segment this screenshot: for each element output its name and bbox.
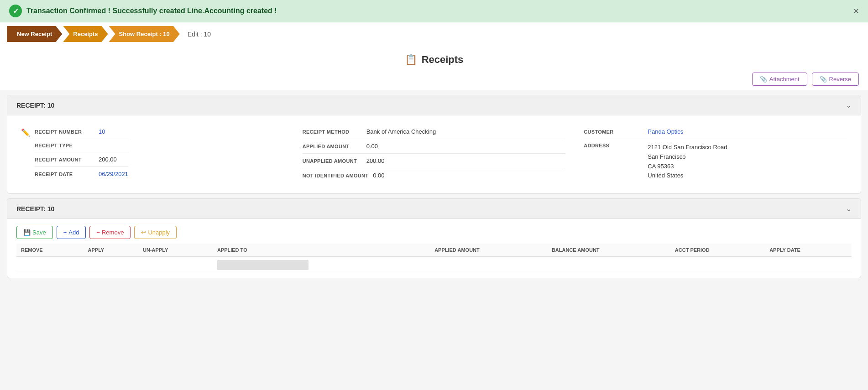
col-apply: APPLY <box>84 244 139 257</box>
page-title-area: 📋 Receipts <box>0 46 868 70</box>
new-receipt-button[interactable]: New Receipt <box>7 26 62 42</box>
cell-unapply <box>138 257 213 273</box>
banner-text: Transaction Confirmed ! Successfully cre… <box>26 7 277 15</box>
unapplied-amount-label: UNAPPLIED AMOUNT <box>303 158 362 164</box>
main-content: RECEIPT: 10 ⌄ ✏️ RECEIPT NUMBER 10 RECEI… <box>0 95 868 390</box>
receipt-card-2-title: RECEIPT: 10 <box>16 205 54 213</box>
cell-apply <box>84 257 139 273</box>
banner-message: ✓ Transaction Confirmed ! Successfully c… <box>9 5 277 17</box>
attachment-label: Attachment <box>769 76 800 83</box>
cell-remove <box>16 257 84 273</box>
top-buttons-area: 📎 Attachment 📎 Reverse <box>0 70 868 90</box>
breadcrumb: New Receipt Receipts Show Receipt : 10 E… <box>0 22 868 46</box>
receipt-method-value: Bank of America Checking <box>366 128 436 135</box>
receipt-card-1-header: RECEIPT: 10 ⌄ <box>7 95 861 115</box>
success-icon: ✓ <box>9 5 22 17</box>
breadcrumb-edit-label: Edit : 10 <box>188 31 211 38</box>
remove-label: Remove <box>102 229 124 236</box>
applied-amount-value: 0.00 <box>366 143 378 150</box>
address-line3: CA 95363 <box>648 162 727 172</box>
success-banner: ✓ Transaction Confirmed ! Successfully c… <box>0 0 868 22</box>
edit-pencil-icon[interactable]: ✏️ <box>21 128 30 137</box>
customer-value[interactable]: Panda Optics <box>648 128 683 135</box>
field-group-col1: RECEIPT NUMBER 10 RECEIPT TYPE RECEIPT A… <box>35 125 128 184</box>
receipts-icon: 📋 <box>405 54 417 66</box>
field-receipt-type: RECEIPT TYPE <box>35 139 128 152</box>
cell-balance-amount <box>547 257 670 273</box>
applied-table: REMOVE APPLY UN-APPLY APPLIED TO APPLIED… <box>16 244 852 273</box>
close-banner-button[interactable]: × <box>853 6 859 16</box>
page-title-text: Receipts <box>422 54 464 66</box>
breadcrumb-item-receipts[interactable]: Receipts <box>63 26 109 42</box>
receipt-card-2-chevron[interactable]: ⌄ <box>846 204 852 213</box>
add-button[interactable]: + Add <box>57 226 86 239</box>
save-button[interactable]: 💾 Save <box>16 226 53 239</box>
reverse-icon: 📎 <box>820 76 827 83</box>
attachment-button[interactable]: 📎 Attachment <box>752 73 807 86</box>
field-address: ADDRESS 2121 Old San Francisco Road San … <box>584 139 847 184</box>
receipt-card-2: RECEIPT: 10 ⌄ 💾 Save + Add − Remove ↩ Un… <box>7 198 861 278</box>
reverse-label: Reverse <box>829 76 851 83</box>
table-header-row: REMOVE APPLY UN-APPLY APPLIED TO APPLIED… <box>16 244 852 257</box>
show-receipt-button[interactable]: Show Receipt : 10 <box>109 26 180 42</box>
receipt-card-1-title: RECEIPT: 10 <box>16 102 54 109</box>
applied-amount-label: APPLIED AMOUNT <box>303 144 362 149</box>
card-actions: 💾 Save + Add − Remove ↩ Unapply <box>7 219 861 244</box>
col-unapply: UN-APPLY <box>138 244 213 257</box>
field-group-col3: CUSTOMER Panda Optics ADDRESS 2121 Old S… <box>584 125 847 184</box>
field-receipt-amount: RECEIPT AMOUNT 200.00 <box>35 152 128 167</box>
table-row <box>16 257 852 273</box>
col-balance-amount: BALANCE AMOUNT <box>547 244 670 257</box>
table-area: REMOVE APPLY UN-APPLY APPLIED TO APPLIED… <box>7 244 861 278</box>
address-line1: 2121 Old San Francisco Road <box>648 143 727 152</box>
col-apply-date: APPLY DATE <box>765 244 852 257</box>
remove-icon: − <box>96 229 100 236</box>
receipt-date-label: RECEIPT DATE <box>35 172 94 177</box>
receipt-card-1: RECEIPT: 10 ⌄ ✏️ RECEIPT NUMBER 10 RECEI… <box>7 95 861 194</box>
field-receipt-date: RECEIPT DATE 06/29/2021 <box>35 167 128 181</box>
col-remove: REMOVE <box>16 244 84 257</box>
cell-acct-period <box>670 257 765 273</box>
address-line4: United States <box>648 171 727 181</box>
unapply-label: Unapply <box>148 229 170 236</box>
col-acct-period: ACCT PERIOD <box>670 244 765 257</box>
cell-apply-date <box>765 257 852 273</box>
receipt-card-2-header: RECEIPT: 10 ⌄ <box>7 199 861 219</box>
receipt-fields: ✏️ RECEIPT NUMBER 10 RECEIPT TYPE RECEIP… <box>7 115 861 193</box>
breadcrumb-item-new-receipt[interactable]: New Receipt <box>7 26 63 42</box>
cell-applied-to <box>213 257 430 273</box>
not-identified-value: 0.00 <box>373 172 384 179</box>
unapply-button[interactable]: ↩ Unapply <box>134 226 177 239</box>
not-identified-label: NOT IDENTIFIED AMOUNT <box>303 173 369 178</box>
col1-with-icon: ✏️ RECEIPT NUMBER 10 RECEIPT TYPE RECEIP… <box>21 125 284 184</box>
receipt-type-label: RECEIPT TYPE <box>35 143 94 148</box>
address-block: 2121 Old San Francisco Road San Francisc… <box>648 143 727 181</box>
address-line2: San Francisco <box>648 152 727 162</box>
receipts-button[interactable]: Receipts <box>63 26 108 42</box>
receipt-card-1-chevron[interactable]: ⌄ <box>846 101 852 109</box>
receipt-number-label: RECEIPT NUMBER <box>35 129 94 135</box>
reverse-button[interactable]: 📎 Reverse <box>812 73 859 86</box>
receipt-amount-value: 200.00 <box>99 156 117 163</box>
col-applied-to: APPLIED TO <box>213 244 430 257</box>
attachment-icon: 📎 <box>760 76 767 83</box>
field-group-col2: RECEIPT METHOD Bank of America Checking … <box>303 125 566 184</box>
save-label: Save <box>32 229 46 236</box>
remove-button[interactable]: − Remove <box>89 226 131 239</box>
unapply-icon: ↩ <box>141 229 146 236</box>
unapplied-amount-value: 200.00 <box>366 157 385 164</box>
page-title: 📋 Receipts <box>0 54 868 66</box>
customer-label: CUSTOMER <box>584 129 643 135</box>
field-customer: CUSTOMER Panda Optics <box>584 125 847 139</box>
field-unapplied-amount: UNAPPLIED AMOUNT 200.00 <box>303 154 566 168</box>
field-receipt-number: RECEIPT NUMBER 10 <box>35 125 128 139</box>
add-icon: + <box>63 229 67 236</box>
breadcrumb-item-show-receipt[interactable]: Show Receipt : 10 <box>109 26 181 42</box>
field-not-identified-amount: NOT IDENTIFIED AMOUNT 0.00 <box>303 168 566 182</box>
receipt-date-value[interactable]: 06/29/2021 <box>99 171 128 177</box>
receipt-number-value[interactable]: 10 <box>99 128 105 135</box>
field-receipt-method: RECEIPT METHOD Bank of America Checking <box>303 125 566 139</box>
add-label: Add <box>68 229 79 236</box>
save-icon: 💾 <box>23 229 31 236</box>
receipt-method-label: RECEIPT METHOD <box>303 129 362 135</box>
